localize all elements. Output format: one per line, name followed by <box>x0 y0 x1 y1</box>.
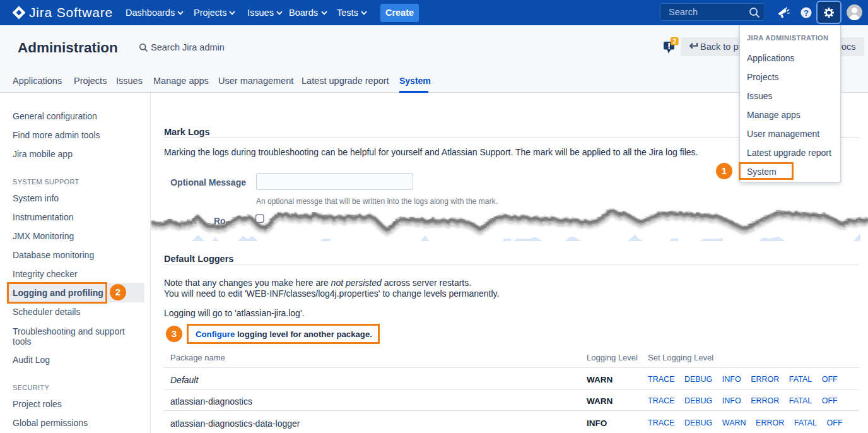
svg-text:2: 2 <box>672 37 676 45</box>
svg-text:?: ? <box>804 8 809 18</box>
